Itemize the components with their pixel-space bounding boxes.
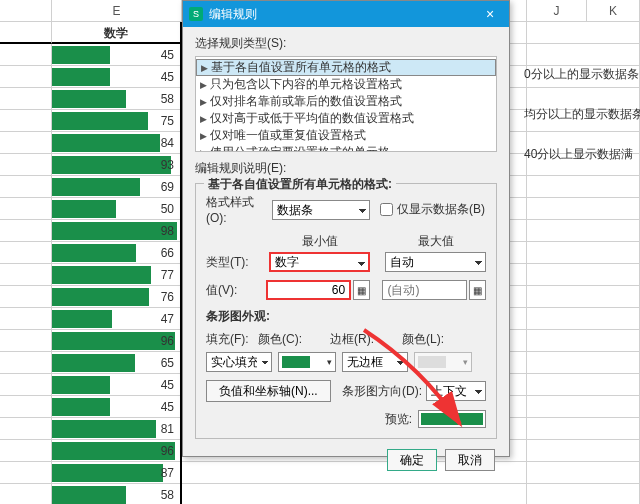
- value-max-input: [382, 280, 467, 300]
- rule-type-item[interactable]: ▶仅对排名靠前或靠后的数值设置格式: [196, 93, 496, 110]
- max-col-header: 最大值: [385, 233, 486, 250]
- select-rule-type-label: 选择规则类型(S):: [195, 35, 497, 52]
- data-cell[interactable]: 93: [52, 154, 182, 176]
- data-cell[interactable]: 47: [52, 308, 182, 330]
- data-cell[interactable]: 65: [52, 352, 182, 374]
- neg-axis-button[interactable]: 负值和坐标轴(N)...: [206, 380, 331, 402]
- color2-swatch[interactable]: ▾: [414, 352, 472, 372]
- close-icon[interactable]: ×: [477, 6, 503, 22]
- color-swatch[interactable]: ▾: [278, 352, 336, 372]
- math-header: 数学: [52, 22, 182, 44]
- preview-label: 预览:: [385, 411, 412, 428]
- data-cell[interactable]: 58: [52, 484, 182, 504]
- dialog-title: 编辑规则: [209, 6, 477, 23]
- fill-select[interactable]: 实心填充: [206, 352, 272, 372]
- bar-appearance-label: 条形图外观:: [206, 308, 486, 325]
- data-cell[interactable]: 87: [52, 462, 182, 484]
- data-cell[interactable]: 81: [52, 418, 182, 440]
- rule-type-item[interactable]: ▶仅对高于或低于平均值的数值设置格式: [196, 110, 496, 127]
- rule-type-list[interactable]: ▶基于各自值设置所有单元格的格式▶只为包含以下内容的单元格设置格式▶仅对排名靠前…: [195, 56, 497, 152]
- type-max-select[interactable]: 自动: [385, 252, 486, 272]
- note-text-1: 0分以上的显示数据条: [524, 66, 639, 83]
- data-cell[interactable]: 58: [52, 88, 182, 110]
- cancel-button[interactable]: 取消: [445, 449, 495, 471]
- data-cell[interactable]: 45: [52, 66, 182, 88]
- col-gutter: [0, 0, 52, 21]
- preview-swatch: [418, 410, 486, 428]
- type-row-label: 类型(T):: [206, 254, 269, 271]
- data-cell[interactable]: 75: [52, 110, 182, 132]
- border-label: 边框(R):: [330, 331, 402, 348]
- min-col-header: 最小值: [269, 233, 370, 250]
- data-cell[interactable]: 77: [52, 264, 182, 286]
- data-cell[interactable]: 98: [52, 220, 182, 242]
- app-icon: S: [189, 7, 203, 21]
- col-header-k[interactable]: K: [587, 0, 640, 21]
- rule-type-item[interactable]: ▶仅对唯一值或重复值设置格式: [196, 127, 496, 144]
- bar-dir-label: 条形图方向(D):: [342, 383, 422, 400]
- col-header-j[interactable]: J: [527, 0, 587, 21]
- data-cell[interactable]: 45: [52, 374, 182, 396]
- data-cell[interactable]: 76: [52, 286, 182, 308]
- data-cell[interactable]: 50: [52, 198, 182, 220]
- show-bar-only-checkbox[interactable]: [380, 203, 393, 216]
- data-cell[interactable]: 69: [52, 176, 182, 198]
- rule-type-item[interactable]: ▶只为包含以下内容的单元格设置格式: [196, 76, 496, 93]
- color-label: 颜色(C):: [258, 331, 330, 348]
- border-select[interactable]: 无边框: [342, 352, 408, 372]
- data-cell[interactable]: 96: [52, 440, 182, 462]
- note-text-3: 40分以上显示数据满: [524, 146, 633, 163]
- format-style-label: 格式样式(O):: [206, 194, 272, 225]
- value-min-input[interactable]: [266, 280, 351, 300]
- edit-rule-desc-label: 编辑规则说明(E):: [195, 160, 497, 177]
- title-bar[interactable]: S 编辑规则 ×: [183, 1, 509, 27]
- group-title: 基于各自值设置所有单元格的格式:: [204, 176, 396, 193]
- ref-picker-min-icon[interactable]: ▦: [353, 280, 370, 300]
- color2-label: 颜色(L):: [402, 331, 444, 348]
- data-cell[interactable]: 45: [52, 44, 182, 66]
- data-cell[interactable]: 96: [52, 330, 182, 352]
- rule-type-item[interactable]: ▶基于各自值设置所有单元格的格式: [196, 59, 496, 76]
- ok-button[interactable]: 确定: [387, 449, 437, 471]
- data-cell[interactable]: 66: [52, 242, 182, 264]
- show-bar-only-label: 仅显示数据条(B): [397, 201, 485, 218]
- format-style-select[interactable]: 数据条: [272, 200, 370, 220]
- value-row-label: 值(V):: [206, 282, 266, 299]
- ref-picker-max-icon[interactable]: ▦: [469, 280, 486, 300]
- type-min-select[interactable]: 数字: [269, 252, 370, 272]
- note-text-2: 均分以上的显示数据条: [524, 106, 640, 123]
- data-cell[interactable]: 84: [52, 132, 182, 154]
- rule-type-item[interactable]: ▶使用公式确定要设置格式的单元格: [196, 144, 496, 152]
- edit-rule-dialog: S 编辑规则 × 选择规则类型(S): ▶基于各自值设置所有单元格的格式▶只为包…: [182, 0, 510, 457]
- fill-label: 填充(F):: [206, 331, 258, 348]
- format-group: 基于各自值设置所有单元格的格式: 格式样式(O): 数据条 仅显示数据条(B) …: [195, 183, 497, 439]
- data-cell[interactable]: 45: [52, 396, 182, 418]
- col-header-e[interactable]: E: [52, 0, 182, 21]
- bar-dir-select[interactable]: 上下文: [426, 381, 486, 401]
